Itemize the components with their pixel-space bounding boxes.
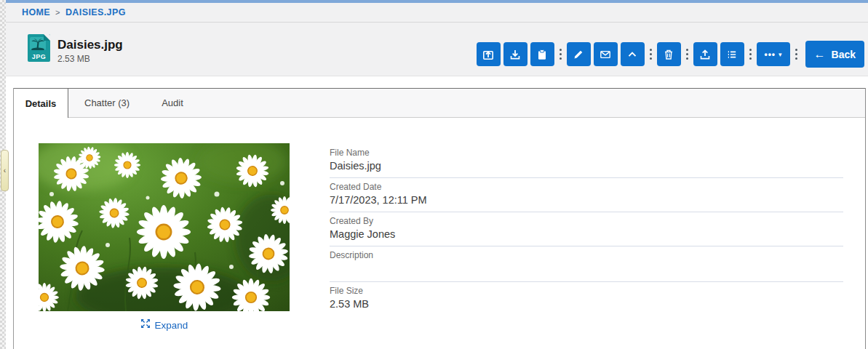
email-button[interactable] [594, 42, 618, 66]
field-label: Description [330, 249, 843, 261]
download-icon [509, 48, 522, 61]
field-created-by: Created By Maggie Jones [330, 212, 843, 246]
field-label: Created By [330, 215, 843, 227]
field-created-date: Created Date 7/17/2023, 12:11 PM [330, 178, 843, 212]
field-label: Created Date [330, 181, 843, 193]
breadcrumb-current: DAISIES.JPG [65, 7, 126, 17]
tab-strip-rest: Chatter (3) Audit [68, 89, 865, 118]
field-label: File Size [330, 285, 843, 297]
field-value: 7/17/2023, 12:11 PM [330, 193, 843, 207]
more-actions-button[interactable]: ••• ▾ [757, 42, 790, 66]
file-header: JPG Daisies.jpg 2.53 MB [6, 23, 868, 76]
trash-icon [662, 48, 675, 61]
open-in-window-button[interactable] [477, 42, 501, 66]
clipboard-button[interactable] [530, 42, 554, 66]
tab-strip: Details Chatter (3) Audit [14, 88, 865, 118]
edit-button[interactable] [567, 42, 591, 66]
breadcrumb-separator: > [55, 8, 60, 17]
toolbar-separator [560, 49, 562, 60]
jpg-file-icon: JPG [28, 34, 50, 62]
list-view-button[interactable] [720, 42, 744, 66]
toolbar-separator [749, 49, 752, 60]
tab-audit[interactable]: Audit [146, 89, 199, 117]
chevron-up-icon [626, 48, 639, 61]
field-label: File Name [330, 147, 843, 159]
back-button[interactable]: ← Back [805, 41, 864, 68]
ellipsis-icon: ••• [764, 49, 776, 60]
field-value: Daisies.jpg [330, 159, 843, 173]
page-title: Daisies.jpg [57, 38, 123, 52]
expand-link[interactable]: Expand [39, 318, 290, 332]
folded-corner [44, 34, 50, 41]
toolbar-separator [795, 49, 797, 60]
caret-down-icon: ▾ [779, 51, 782, 58]
back-button-label: Back [832, 49, 856, 60]
list-icon [725, 48, 738, 61]
jpg-file-icon-label: JPG [28, 53, 50, 60]
tab-chatter[interactable]: Chatter (3) [68, 89, 146, 117]
chevron-left-icon: ‹ [4, 167, 6, 174]
details-panel: Details Chatter (3) Audit [13, 88, 866, 349]
open-in-window-icon [482, 48, 495, 61]
field-description: Description [330, 246, 843, 282]
sidebar-collapse-handle[interactable]: ‹ [1, 150, 9, 191]
details-tab-content: Expand File Name Daisies.jpg Created Dat… [14, 118, 865, 348]
expand-icon [140, 318, 151, 332]
delete-button[interactable] [657, 42, 681, 66]
edit-pencil-icon [572, 48, 585, 61]
field-file-name: File Name Daisies.jpg [330, 144, 843, 178]
expand-link-label: Expand [155, 320, 188, 331]
breadcrumb-home-link[interactable]: HOME [22, 7, 50, 17]
field-value: Maggie Jones [330, 227, 843, 241]
download-button[interactable] [503, 42, 527, 66]
file-size-subtitle: 2.53 MB [57, 54, 123, 64]
daisies-photo-preview [39, 143, 290, 311]
breadcrumb: HOME > DAISIES.JPG [6, 3, 868, 23]
app-window: HOME > DAISIES.JPG JPG [0, 0, 868, 349]
upload-button[interactable] [693, 42, 717, 66]
field-value: 2.53 MB [330, 297, 843, 311]
toolbar: ••• ▾ ← Back [475, 41, 864, 68]
toolbar-separator [686, 49, 688, 60]
email-icon [599, 48, 612, 61]
toolbar-separator [650, 49, 652, 60]
back-arrow-icon: ← [814, 49, 826, 60]
clipboard-icon [535, 48, 549, 61]
collapse-button[interactable] [621, 42, 645, 66]
field-file-size: File Size 2.53 MB [330, 282, 843, 316]
title-block: Daisies.jpg 2.53 MB [57, 38, 123, 64]
upload-icon [698, 48, 712, 61]
field-value [330, 261, 843, 277]
file-metadata-fields: File Name Daisies.jpg Created Date 7/17/… [330, 144, 843, 316]
tab-details[interactable]: Details [14, 89, 68, 118]
